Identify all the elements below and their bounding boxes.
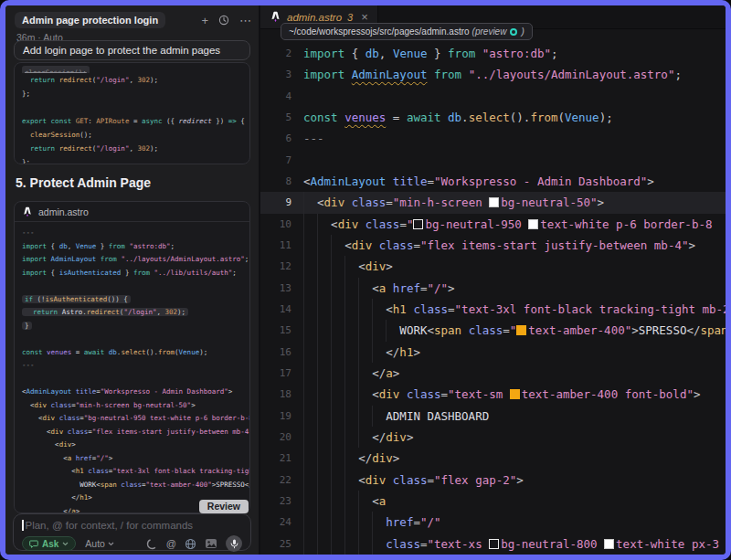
line-number: 20 [260, 427, 291, 448]
message-input[interactable]: Plan, @ for context, / for commands [22, 520, 242, 531]
indent-guide [358, 299, 359, 320]
usage-spinner-icon [146, 538, 158, 550]
editor-line[interactable]: 23 <a [260, 491, 726, 512]
astro-icon [22, 206, 33, 217]
editor-line[interactable]: 7 [260, 150, 726, 171]
indent-guide [303, 363, 304, 384]
indent-guide [344, 299, 345, 320]
line-number: 14 [260, 299, 291, 320]
editor-line[interactable]: 15 WORK<span class="text-amber-400">SPRE… [260, 320, 726, 341]
indent-guide [317, 448, 318, 469]
editor-line[interactable]: 5const venues = await db.select().from(V… [260, 107, 726, 128]
editor-line[interactable]: 25 class="text-xs bg-neutral-800 text-wh… [260, 534, 726, 555]
editor-line[interactable]: 20 </div> [260, 427, 726, 448]
editor-line[interactable]: 24 href="/" [260, 512, 726, 533]
editor-line[interactable]: 11 <div class="flex items-start justify-… [260, 235, 726, 256]
line-number: 16 [260, 342, 291, 363]
editor-line[interactable]: 19 ADMIN DASHBOARD [260, 406, 726, 427]
indent-guide [303, 470, 304, 491]
code-line [22, 100, 249, 114]
voice-input-icon[interactable] [226, 535, 242, 552]
indent-guide [317, 342, 318, 363]
close-tab-icon[interactable]: × [361, 10, 368, 24]
indent-guide [331, 278, 332, 299]
chat-bubble-icon [29, 540, 38, 548]
code-line: import AdminLayout from "../layouts/Admi… [22, 253, 248, 267]
indent-guide [317, 427, 318, 448]
zed-window: Admin page protection login + ⋯ 36m · Au… [0, 0, 731, 560]
code-line: import { isAuthenticated } from "../lib/… [22, 267, 248, 280]
line-number: 3 [260, 64, 291, 85]
editor-line[interactable]: 6--- [260, 128, 726, 149]
code-block-header: admin.astro [15, 202, 249, 222]
more-menu-icon[interactable]: ⋯ [239, 15, 251, 26]
input-placeholder: Plan, @ for context, / for commands [26, 520, 194, 531]
indent-guide [358, 534, 359, 555]
message-input-panel[interactable]: Plan, @ for context, / for commands Ask … [13, 513, 251, 551]
code-line: <a href="/"> [22, 452, 248, 466]
editor-line[interactable]: 9 <div class="min-h-screen bg-neutral-50… [260, 192, 726, 213]
editor-line[interactable]: 8<AdminLayout title="Workspresso - Admin… [260, 171, 726, 192]
assistant-panel: Admin page protection login + ⋯ 36m · Au… [5, 5, 259, 555]
code-block-filename: admin.astro [38, 206, 89, 217]
indent-guide [372, 534, 373, 555]
line-number: 23 [260, 491, 291, 512]
code-editor[interactable]: 2import { db, Venue } from "astro:db";3i… [260, 43, 726, 555]
editor-line[interactable]: 14 <h1 class="text-3xl font-black tracki… [260, 299, 726, 320]
indent-guide [358, 406, 359, 427]
code-line [22, 280, 248, 293]
code-line: return Astro.redirect("/login", 302); [22, 306, 248, 320]
model-selector[interactable]: Auto [85, 538, 114, 549]
mention-icon[interactable]: @ [166, 538, 176, 549]
indent-guide [331, 491, 332, 512]
indent-guide [344, 448, 345, 469]
indent-guide [317, 491, 318, 512]
editor-line[interactable]: 4 [260, 86, 726, 107]
editor-line[interactable]: 2import { db, Venue } from "astro:db"; [260, 43, 726, 64]
editor-line[interactable]: 10 <div class="bg-neutral-950 text-white… [260, 214, 726, 235]
indent-guide [303, 256, 304, 277]
line-number: 9 [260, 192, 291, 213]
editor-pane: admin.astro 3 × ~/code/workspressojs/src… [260, 5, 726, 555]
thread-title[interactable]: Admin page protection login [15, 12, 165, 28]
indent-guide [358, 384, 359, 405]
indent-guide [317, 384, 318, 405]
indent-guide [344, 256, 345, 277]
indent-guide [331, 427, 332, 448]
indent-guide [372, 512, 373, 533]
editor-line[interactable]: 17 </a> [260, 363, 726, 384]
editor-line[interactable]: 22 <div class="flex gap-2"> [260, 470, 726, 491]
indent-guide [344, 384, 345, 405]
new-thread-icon[interactable]: + [201, 15, 208, 26]
indent-guide [303, 406, 304, 427]
indent-guide [344, 320, 345, 341]
indent-guide [358, 427, 359, 448]
editor-line[interactable]: 18 <div class="text-sm text-amber-400 fo… [260, 384, 726, 405]
indent-guide [317, 278, 318, 299]
editor-line[interactable]: 21 </div> [260, 448, 726, 469]
code-line: const venues = await db.select().from(Ve… [22, 346, 248, 360]
indent-guide [303, 534, 304, 555]
editor-line[interactable]: 13 <a href="/"> [260, 278, 726, 299]
code-line: return redirect("/login", 302); [22, 73, 249, 87]
indent-guide [317, 470, 318, 491]
indent-guide [372, 342, 373, 363]
line-number: 8 [260, 171, 291, 192]
editor-line[interactable]: 3import AdminLayout from "../layouts/Adm… [260, 64, 726, 85]
code-line: WORK<span class="text-amber-400">SPRESSO… [22, 479, 248, 492]
web-search-icon[interactable] [185, 538, 196, 550]
code-block-api-route: clearSession(); return redirect("/login"… [14, 62, 250, 164]
attach-image-icon[interactable] [205, 538, 217, 549]
line-number: 22 [260, 470, 291, 491]
review-button[interactable]: Review [199, 500, 249, 513]
user-message: Add login page to protect the admin page… [14, 40, 250, 60]
editor-line[interactable]: 12 <div> [260, 256, 726, 277]
indent-guide [331, 448, 332, 469]
mode-selector[interactable]: Ask [22, 536, 76, 551]
tab-diagnostic-badge: 3 [347, 12, 353, 23]
indent-guide [303, 512, 304, 533]
editor-line[interactable]: 16 </h1> [260, 342, 726, 363]
indent-guide [372, 299, 373, 320]
history-icon[interactable] [218, 15, 229, 26]
astro-icon [270, 11, 281, 23]
